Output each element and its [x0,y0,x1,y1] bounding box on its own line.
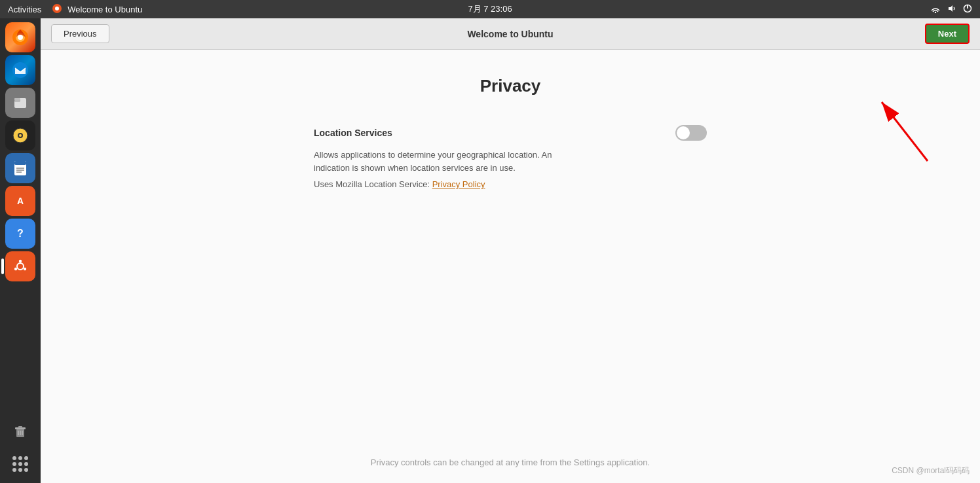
topbar-right [930,4,972,15]
svg-point-1 [55,7,59,10]
page-title: Privacy [480,76,541,96]
svg-text:?: ? [17,228,24,239]
main-layout: A ? Previous Welcome to Ubuntu [0,18,980,483]
dock-item-thunderbird[interactable] [5,55,35,85]
svg-point-8 [18,35,23,40]
power-icon[interactable] [963,4,972,15]
previous-button[interactable]: Previous [51,24,109,43]
dock-item-ubuntu[interactable] [5,251,35,281]
location-description-text: Allows applications to determine your ge… [314,149,628,174]
svg-point-29 [14,268,17,270]
svg-rect-17 [14,161,26,165]
window-title: Welcome to Ubuntu [467,29,553,39]
svg-text:A: A [17,196,24,206]
dock-show-apps[interactable] [5,449,35,479]
dock-item-firefox[interactable] [5,22,35,52]
svg-marker-3 [949,5,952,12]
activities-label[interactable]: Activities [8,5,41,14]
svg-point-27 [19,260,22,262]
network-icon[interactable] [930,4,941,15]
svg-rect-12 [14,98,20,101]
watermark: CSDN @mortal码码码 [892,465,970,476]
bottom-note: Privacy controls can be changed at any t… [371,457,650,467]
dock-item-help[interactable]: ? [5,219,35,249]
location-services-row: Location Services [314,120,707,146]
svg-rect-32 [18,426,22,428]
window-header: Previous Welcome to Ubuntu Next [41,18,980,50]
dock: A ? [0,18,41,483]
topbar: Activities Welcome to Ubuntu 7月 7 23:06 [0,0,980,18]
svg-point-2 [935,11,936,12]
next-button[interactable]: Next [925,24,970,44]
svg-point-9 [12,62,28,78]
location-services-toggle[interactable] [675,125,707,141]
app-name-label: Welcome to Ubuntu [67,5,142,14]
privacy-policy-prefix: Uses Mozilla Location Service: [314,179,432,189]
topbar-datetime: 7月 7 23:06 [468,3,512,15]
location-services-label: Location Services [314,128,392,138]
annotation-arrow [869,89,947,168]
dock-item-trash[interactable] [5,416,35,446]
sound-icon[interactable] [947,4,956,15]
svg-line-37 [882,102,928,161]
dock-item-files[interactable] [5,88,35,118]
page-content: Privacy Location Services Allows applica… [41,50,980,483]
app-icon [52,3,62,16]
settings-section: Location Services Allows applications to… [314,120,707,189]
dock-item-writer[interactable] [5,153,35,183]
topbar-left: Activities Welcome to Ubuntu [8,3,142,16]
svg-point-28 [24,268,26,270]
dock-item-rhythmbox[interactable] [5,120,35,151]
privacy-policy-link[interactable]: Privacy Policy [432,179,485,189]
content-area: Previous Welcome to Ubuntu Next Privacy … [41,18,980,483]
dock-item-appstore[interactable]: A [5,186,35,216]
svg-point-15 [19,134,22,137]
privacy-policy-row: Uses Mozilla Location Service: Privacy P… [314,179,707,189]
location-description: Allows applications to determine your ge… [314,146,707,189]
